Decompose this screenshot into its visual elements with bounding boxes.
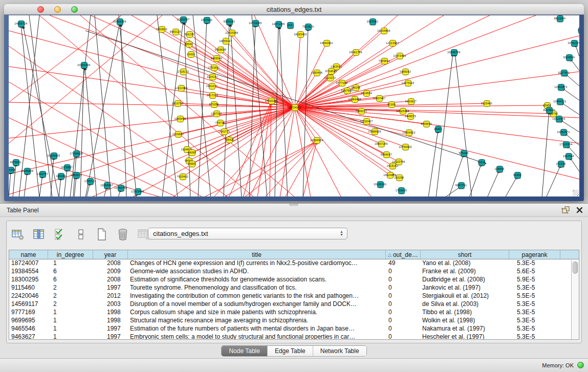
delete-table-icon[interactable] <box>116 227 130 242</box>
network-node[interactable]: 1810755 <box>175 100 181 107</box>
row-height-icon[interactable] <box>74 227 88 242</box>
network-node[interactable]: 12923448 <box>135 188 141 195</box>
network-node[interactable]: 725425 <box>226 137 233 143</box>
network-node[interactable]: 9777169 <box>339 80 345 86</box>
network-node[interactable]: 1641775 <box>221 128 228 135</box>
float-panel-icon[interactable] <box>561 206 570 214</box>
network-node[interactable]: 1916682 <box>175 131 182 138</box>
network-node[interactable]: 62160 <box>388 101 395 108</box>
network-node[interactable]: 6966160 <box>226 18 233 25</box>
network-node[interactable]: 16136141 <box>377 181 384 188</box>
network-node[interactable]: 16095807 <box>104 182 111 189</box>
network-node[interactable]: 9463627 <box>408 98 415 105</box>
network-node[interactable]: 19384554 <box>314 137 320 144</box>
network-node[interactable]: 16961758 <box>353 49 359 56</box>
network-node[interactable]: 14055724 <box>18 20 25 27</box>
network-node[interactable]: 16401 <box>435 126 442 133</box>
network-node[interactable]: 19692971 <box>560 129 567 136</box>
network-node[interactable]: 1527602 <box>204 17 210 24</box>
network-node[interactable]: 1187337 <box>213 111 220 117</box>
network-node[interactable]: 16782753 <box>118 185 124 191</box>
network-node[interactable]: 9465546 <box>213 55 220 62</box>
network-node[interactable]: 2718170 <box>180 69 187 75</box>
network-node[interactable]: 109543 <box>496 166 503 172</box>
network-node[interactable]: 7963822 <box>159 26 165 33</box>
select-columns-icon[interactable] <box>53 227 67 242</box>
network-node[interactable]: 11174 <box>578 27 580 34</box>
network-node[interactable]: 18300295 <box>268 98 275 104</box>
network-node[interactable]: 746266 <box>353 84 359 91</box>
network-node[interactable]: 91511 <box>478 159 485 166</box>
table-row[interactable]: 1456911722003Disruption of a novel membe… <box>9 300 579 309</box>
network-node[interactable]: 9857791 <box>458 182 465 189</box>
network-node[interactable]: 11156809 <box>24 168 31 174</box>
network-node[interactable]: 12213967 <box>389 40 396 47</box>
table-row[interactable]: 1830029562008Estimation of significance … <box>9 276 579 284</box>
network-node[interactable]: 975358 <box>211 101 217 108</box>
network-node[interactable]: 18325419 <box>297 31 304 38</box>
resize-grip[interactable] <box>573 190 579 196</box>
tab-node-table[interactable]: Node Table <box>222 346 268 356</box>
table-selector-dropdown[interactable]: citations_edges.txt ▲▼ <box>148 228 347 239</box>
new-table-icon[interactable] <box>95 227 109 242</box>
network-node[interactable]: 1949575 <box>407 113 414 120</box>
network-node[interactable]: 19524851 <box>387 172 394 179</box>
network-node[interactable]: 10756928 <box>402 144 409 150</box>
network-node[interactable]: 16210643 <box>556 116 562 122</box>
column-header-title[interactable]: title <box>128 250 386 259</box>
network-node[interactable]: 64099 <box>189 149 195 156</box>
network-node[interactable]: 8813054 <box>557 15 563 22</box>
network-node[interactable]: 10807487 <box>376 95 383 102</box>
network-node[interactable]: 779738 <box>217 120 224 126</box>
network-node[interactable]: 10653287 <box>180 16 187 23</box>
network-node[interactable]: 20691406 <box>117 18 123 25</box>
table-row[interactable]: 2242004622012Investigating the contribut… <box>9 292 579 300</box>
network-node[interactable]: 19654923 <box>406 129 412 136</box>
tab-edge-table[interactable]: Edge Table <box>268 346 313 356</box>
network-node[interactable]: 1795723 <box>87 178 94 185</box>
network-node[interactable]: 7485063 <box>402 69 409 75</box>
network-node[interactable]: 679193 <box>461 150 467 157</box>
network-node[interactable]: 92450 <box>514 172 521 179</box>
close-panel-icon[interactable] <box>576 207 583 213</box>
network-node[interactable]: 252254 <box>396 174 403 181</box>
network-node[interactable]: 7955812 <box>381 58 388 64</box>
network-node[interactable]: 16648784 <box>451 49 458 56</box>
network-node[interactable]: 15751074 <box>571 40 578 47</box>
network-node[interactable]: 18807249 <box>378 141 385 147</box>
network-node[interactable]: 20364456 <box>352 96 358 103</box>
network-node[interactable]: 18640910 <box>323 40 330 47</box>
network-node[interactable]: 16154808 <box>381 28 387 34</box>
column-header-short[interactable]: short <box>421 250 509 259</box>
table-row[interactable]: 911546021997Tourette syndrome. Phenomeno… <box>9 284 579 292</box>
network-node[interactable]: 10719155 <box>252 20 259 27</box>
network-node[interactable]: 9329966 <box>566 54 573 61</box>
network-node[interactable]: 20206505 <box>51 152 57 159</box>
network-node[interactable]: 1621072 <box>327 75 334 81</box>
network-node[interactable]: 1990448 <box>314 70 320 76</box>
network-node[interactable]: 9960125 <box>172 29 179 35</box>
network-node[interactable]: 12213383 <box>178 85 185 92</box>
network-node[interactable]: 7515526 <box>305 24 312 30</box>
column-header-out-de-[interactable]: △out_de… <box>386 250 421 259</box>
network-node[interactable]: 916 <box>287 22 294 29</box>
network-node[interactable]: 1250515 <box>73 172 80 179</box>
network-node[interactable]: 9699695 <box>217 47 224 53</box>
vertical-scrollbar[interactable] <box>571 260 579 339</box>
network-node[interactable]: 15809 <box>189 161 195 167</box>
splitter-handle[interactable] <box>289 204 298 206</box>
show-columns-icon[interactable] <box>32 227 46 242</box>
network-canvas[interactable]: 1872400718300295193845541832541918640910… <box>9 15 579 196</box>
network-node[interactable]: 172103 <box>558 161 564 167</box>
network-node[interactable]: 1167534 <box>565 153 572 160</box>
network-node[interactable]: 12975115 <box>405 80 411 86</box>
network-node[interactable]: 2751842 <box>211 64 217 71</box>
network-node[interactable]: 14569117 <box>223 38 229 45</box>
column-header-in-degree[interactable]: in_degree <box>48 250 93 259</box>
network-node[interactable]: 9227341 <box>561 70 568 76</box>
column-header-name[interactable]: name <box>9 250 48 259</box>
network-node[interactable]: 2817315 <box>209 92 216 99</box>
network-node[interactable]: 145194 <box>58 173 64 180</box>
column-header-pagerank[interactable]: pagerank <box>509 250 560 259</box>
scrollbar-thumb[interactable] <box>573 261 578 274</box>
